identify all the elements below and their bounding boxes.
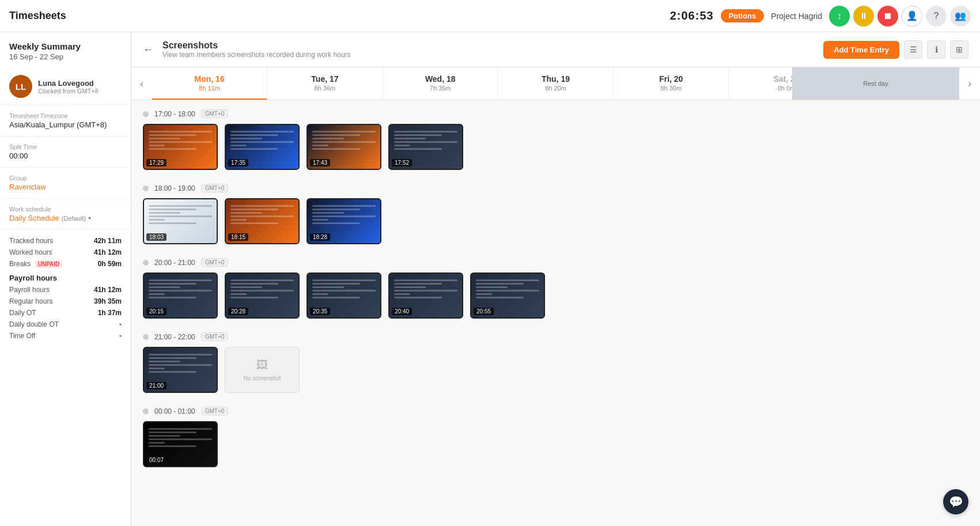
gmt-badge: GMT+0 (201, 332, 229, 341)
time-dot (143, 334, 149, 340)
yellow-circle-btn[interactable]: ⏸ (853, 6, 874, 27)
gmt-badge: GMT+0 (201, 258, 229, 267)
avatar: LL (9, 75, 32, 98)
red-circle-btn[interactable]: ⏹ (877, 6, 898, 27)
time-off-row: Time Off - (9, 332, 122, 340)
info-button[interactable]: ℹ (927, 40, 945, 59)
timer-display: 2:06:53 (670, 9, 714, 22)
time-section-2: 20:00 - 21:00 GMT+0 20:15 20:28 (143, 258, 968, 319)
time-section-header-3: 21:00 - 22:00 GMT+0 (143, 332, 968, 341)
screenshot-lines (149, 279, 212, 300)
daily-ot-row: Daily OT 1h 37m (9, 309, 122, 317)
screenshot-thumb-0-2[interactable]: 17:43 (307, 124, 381, 170)
screenshot-timestamp: 18:15 (228, 233, 248, 241)
team-btn[interactable]: 👥 (950, 6, 971, 27)
day-hours: 8h 36m (270, 85, 380, 92)
screenshot-lines (149, 205, 212, 226)
daily-ot-label: Daily OT (9, 309, 36, 317)
screenshot-lines (230, 205, 294, 226)
time-section-0: 17:00 - 18:00 GMT+0 17:29 17:35 (143, 109, 968, 170)
weekly-summary-section: Weekly Summary 16 Sep - 22 Sep (0, 41, 131, 68)
day-label: Thu, 19 (501, 74, 611, 84)
day-col-3[interactable]: Thu, 19 8h 20m (498, 67, 614, 100)
help-btn[interactable]: ? (926, 6, 947, 27)
time-range: 21:00 - 22:00 (154, 333, 195, 341)
stats-block: Tracked hours 42h 11m Worked hours 41h 1… (0, 230, 131, 350)
screenshot-thumb-3-0[interactable]: 21:00 (143, 347, 218, 393)
user-circle-btn[interactable]: 👤 (902, 6, 922, 27)
screenshot-thumb-0-1[interactable]: 17:35 (225, 124, 300, 170)
day-col-0[interactable]: Mon, 16 8h 11m (152, 67, 267, 100)
add-time-entry-button[interactable]: Add Time Entry (823, 41, 899, 59)
screenshot-thumb-2-1[interactable]: 20:28 (225, 273, 300, 319)
project-name: Project Hagrid (771, 12, 822, 21)
layout: Weekly Summary 16 Sep - 22 Sep LL Luna L… (0, 32, 980, 526)
split-time-label: Split Time (9, 143, 122, 150)
screenshot-thumb-2-2[interactable]: 20:35 (307, 273, 381, 319)
screenshot-timestamp: 17:35 (228, 159, 248, 166)
screenshots-header: ← Screenshots View team members screensh… (131, 32, 980, 67)
breaks-label: Breaks UNPAID (9, 260, 62, 268)
payroll-hours-row: Payroll hours 41h 12m (9, 286, 122, 294)
schedule-value[interactable]: Daily Schedule (9, 214, 59, 222)
prev-day-button[interactable]: ‹ (131, 67, 152, 100)
breaks-row: Breaks UNPAID 0h 59m (9, 260, 122, 268)
time-off-value: - (119, 332, 122, 340)
screenshot-thumb-2-0[interactable]: 20:15 (143, 273, 218, 319)
day-label: Fri, 20 (616, 74, 726, 84)
daily-double-ot-value: - (119, 320, 122, 328)
no-screenshot-label: No screenshot (244, 375, 281, 381)
back-button[interactable]: ← (143, 44, 153, 56)
screenshot-thumb-1-0[interactable]: 18:03 (143, 198, 218, 244)
worked-hours-value: 41h 12m (94, 248, 122, 256)
weekly-range: 16 Sep - 22 Sep (9, 52, 122, 61)
screenshot-thumb-2-3[interactable]: 20:40 (388, 273, 463, 319)
screenshot-thumb-1-2[interactable]: 18:28 (307, 198, 381, 244)
time-section-4: 00:00 - 01:00 GMT+0 00:07 (143, 407, 968, 467)
screenshot-timestamp: 20:15 (146, 308, 167, 315)
day-col-2[interactable]: Wed, 18 7h 35m (383, 67, 498, 100)
screenshot-thumb-1-1[interactable]: 18:15 (225, 198, 300, 244)
day-nav: ‹ Mon, 16 8h 11m Tue, 17 8h 36m Wed, 18 … (131, 67, 980, 100)
screenshot-lines (230, 131, 294, 152)
tz-value: Asia/Kuala_Lumpur (GMT+8) (9, 120, 122, 129)
screenshot-timestamp: 20:28 (228, 308, 248, 315)
grid-view-button[interactable]: ⊞ (950, 40, 968, 59)
chat-bubble[interactable]: 💬 (943, 489, 968, 514)
time-section-3: 21:00 - 22:00 GMT+0 21:00 🖼 No screensho… (143, 332, 968, 393)
time-section-header-2: 20:00 - 21:00 GMT+0 (143, 258, 968, 267)
gmt-badge: GMT+0 (201, 407, 229, 415)
screenshot-thumb-0-0[interactable]: 17:29 (143, 124, 218, 170)
unpaid-badge: UNPAID (35, 260, 63, 268)
tracked-hours-label: Tracked hours (9, 237, 53, 245)
payroll-hours-label: Payroll hours (9, 286, 50, 294)
day-col-1[interactable]: Tue, 17 8h 36m (267, 67, 383, 100)
green-circle-btn[interactable]: ↕ (829, 6, 850, 27)
time-section-1: 18:00 - 19:00 GMT+0 18:03 18:15 (143, 184, 968, 244)
screenshots-grid-2: 20:15 20:28 20:35 20 (143, 273, 968, 319)
screenshot-timestamp: 18:28 (310, 233, 330, 241)
group-value[interactable]: Ravenclaw (9, 183, 122, 191)
screenshot-timestamp: 17:29 (146, 159, 167, 166)
day-label: Wed, 18 (385, 74, 495, 84)
time-section-header-1: 18:00 - 19:00 GMT+0 (143, 184, 968, 192)
user-card: LL Luna Lovegood Clocked from GMT+8 (0, 68, 131, 105)
screenshot-thumb-4-0[interactable]: 00:07 (143, 421, 218, 467)
worked-hours-row: Worked hours 41h 12m (9, 248, 122, 256)
day-col-4[interactable]: Fri, 20 8h 30m (614, 67, 729, 100)
screenshots-title: Screenshots (162, 40, 351, 51)
screenshot-thumb-2-4[interactable]: 20:55 (470, 273, 545, 319)
chevron-down-icon[interactable]: ▾ (88, 215, 91, 221)
day-label: Mon, 16 (154, 74, 264, 84)
time-range: 18:00 - 19:00 (154, 184, 195, 192)
nav-icons: ↕ ⏸ ⏹ 👤 ? 👥 (829, 6, 971, 27)
top-nav: Timesheets 2:06:53 Potions Project Hagri… (0, 0, 980, 32)
next-day-button[interactable]: › (959, 67, 980, 100)
potions-badge[interactable]: Potions (721, 9, 765, 22)
daily-double-ot-label: Daily double OT (9, 320, 59, 328)
screenshots-grid-1: 18:03 18:15 18:28 (143, 198, 968, 244)
screenshot-lines (312, 279, 376, 300)
screenshots-body: 17:00 - 18:00 GMT+0 17:29 17:35 (131, 100, 980, 490)
list-view-button[interactable]: ☰ (904, 40, 922, 59)
screenshot-thumb-0-3[interactable]: 17:52 (388, 124, 463, 170)
